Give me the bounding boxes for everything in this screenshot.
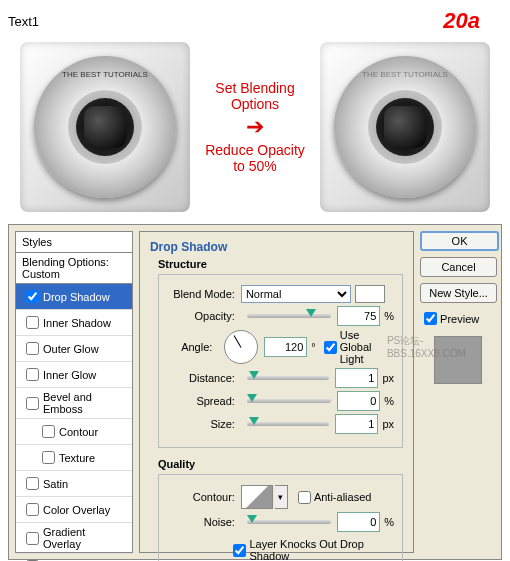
knockout-checkbox[interactable] <box>233 544 246 557</box>
style-item-label: Contour <box>59 426 98 438</box>
style-item-drop-shadow[interactable]: Drop Shadow <box>16 284 132 310</box>
style-checkbox[interactable] <box>26 368 39 381</box>
size-input[interactable] <box>335 414 378 434</box>
style-item-texture[interactable]: Texture <box>16 445 132 471</box>
lens-before: THE BEST TUTORIALS <box>20 42 190 212</box>
angle-label: Angle: <box>167 341 212 353</box>
distance-slider[interactable] <box>247 376 330 380</box>
unit-percent: % <box>384 310 394 322</box>
style-item-pattern-overlay[interactable]: Pattern Overlay <box>16 554 132 561</box>
style-checkbox[interactable] <box>26 290 39 303</box>
style-item-label: Color Overlay <box>43 504 110 516</box>
angle-dial[interactable] <box>224 330 258 364</box>
style-checkbox[interactable] <box>42 451 55 464</box>
anti-aliased-checkbox[interactable] <box>298 491 311 504</box>
style-item-label: Satin <box>43 478 68 490</box>
style-item-label: Texture <box>59 452 95 464</box>
blend-mode-select[interactable]: Normal <box>241 285 351 303</box>
color-swatch[interactable] <box>355 285 385 303</box>
styles-list: Styles Blending Options: Custom Drop Sha… <box>15 231 133 553</box>
unit-degree: ° <box>311 341 315 353</box>
step-number: 20a <box>443 8 502 34</box>
unit-px: px <box>382 372 394 384</box>
style-item-outer-glow[interactable]: Outer Glow <box>16 336 132 362</box>
effect-title: Drop Shadow <box>150 240 403 254</box>
style-item-label: Gradient Overlay <box>43 526 126 550</box>
unit-percent: % <box>384 516 394 528</box>
style-item-satin[interactable]: Satin <box>16 471 132 497</box>
global-light-label: Use Global Light <box>340 329 394 365</box>
page-label: Text1 <box>8 14 39 29</box>
angle-input[interactable] <box>264 337 307 357</box>
style-checkbox[interactable] <box>26 342 39 355</box>
lens-after: THE BEST TUTORIALS <box>320 42 490 212</box>
size-label: Size: <box>167 418 235 430</box>
global-light-checkbox[interactable] <box>324 341 337 354</box>
style-item-label: Bevel and Emboss <box>43 391 126 415</box>
noise-input[interactable] <box>337 512 380 532</box>
style-item-inner-glow[interactable]: Inner Glow <box>16 362 132 388</box>
style-item-color-overlay[interactable]: Color Overlay <box>16 497 132 523</box>
effect-panel: Drop Shadow Structure PS论坛-BBS.16XX8.COM… <box>139 231 414 553</box>
styles-heading[interactable]: Styles <box>16 232 132 253</box>
style-checkbox[interactable] <box>26 316 39 329</box>
chevron-down-icon[interactable]: ▾ <box>275 485 288 509</box>
contour-picker[interactable] <box>241 485 273 509</box>
spread-input[interactable] <box>337 391 380 411</box>
preview-label: Preview <box>440 313 479 325</box>
size-slider[interactable] <box>247 422 330 426</box>
style-checkbox[interactable] <box>26 477 39 490</box>
style-checkbox[interactable] <box>26 397 39 410</box>
opacity-label: Opacity: <box>167 310 235 322</box>
unit-px: px <box>382 418 394 430</box>
new-style-button[interactable]: New Style... <box>420 283 497 303</box>
style-item-label: Inner Shadow <box>43 317 111 329</box>
blend-mode-label: Blend Mode: <box>167 288 235 300</box>
style-checkbox[interactable] <box>26 532 39 545</box>
arrow-icon: ➔ <box>196 114 314 140</box>
quality-heading: Quality <box>158 458 403 470</box>
spread-slider[interactable] <box>247 399 331 403</box>
opacity-slider[interactable] <box>247 314 331 318</box>
unit-percent: % <box>384 395 394 407</box>
style-item-label: Drop Shadow <box>43 291 110 303</box>
blending-options-item[interactable]: Blending Options: Custom <box>16 253 132 284</box>
cancel-button[interactable]: Cancel <box>420 257 497 277</box>
style-checkbox[interactable] <box>26 503 39 516</box>
distance-label: Distance: <box>167 372 235 384</box>
style-item-contour[interactable]: Contour <box>16 419 132 445</box>
noise-label: Noise: <box>167 516 235 528</box>
noise-slider[interactable] <box>247 520 331 524</box>
style-item-label: Inner Glow <box>43 369 96 381</box>
opacity-input[interactable] <box>337 306 380 326</box>
preview-swatch <box>434 336 482 384</box>
style-item-bevel-and-emboss[interactable]: Bevel and Emboss <box>16 388 132 419</box>
ok-button[interactable]: OK <box>420 231 499 251</box>
instruction-text: Set Blending Options ➔ Reduce Opacity to… <box>190 80 320 174</box>
distance-input[interactable] <box>335 368 378 388</box>
style-item-inner-shadow[interactable]: Inner Shadow <box>16 310 132 336</box>
structure-heading: Structure <box>158 258 403 270</box>
dialog-buttons: OK Cancel New Style... Preview <box>420 231 495 553</box>
style-checkbox[interactable] <box>42 425 55 438</box>
contour-label: Contour: <box>167 491 235 503</box>
layer-style-dialog: Styles Blending Options: Custom Drop Sha… <box>8 224 502 560</box>
style-item-label: Outer Glow <box>43 343 99 355</box>
spread-label: Spread: <box>167 395 235 407</box>
anti-aliased-label: Anti-aliased <box>314 491 371 503</box>
preview-checkbox[interactable] <box>424 312 437 325</box>
style-item-gradient-overlay[interactable]: Gradient Overlay <box>16 523 132 554</box>
knockout-label: Layer Knocks Out Drop Shadow <box>249 538 394 561</box>
